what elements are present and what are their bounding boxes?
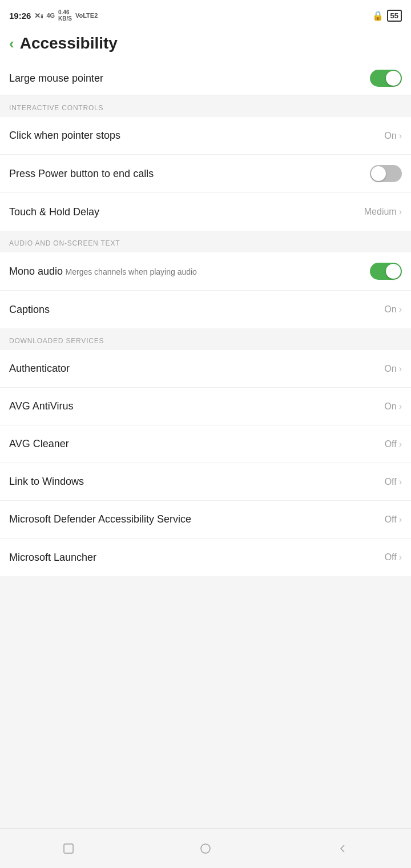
- status-bar: 19:26 ✕ᵢᵢ 4G 0.46KB/S VoLTE2 🔒 55: [0, 0, 411, 29]
- touch-hold-value-wrap: Medium ›: [364, 207, 402, 217]
- mono-audio-sublabel: Merges channels when playing audio: [66, 267, 197, 276]
- audio-onscreen-section: AUDIO AND ON-SCREEN TEXT Mono audio Merg…: [0, 231, 411, 328]
- captions-row[interactable]: Captions On ›: [0, 291, 411, 328]
- avg-cleaner-value-wrap: Off ›: [385, 439, 402, 449]
- lock-icon: 🔒: [372, 10, 384, 21]
- authenticator-row[interactable]: Authenticator On ›: [0, 350, 411, 388]
- link-to-windows-row[interactable]: Link to Windows Off ›: [0, 463, 411, 501]
- click-when-pointer-value: On: [384, 131, 396, 141]
- volte-icon: VoLTE2: [75, 12, 98, 19]
- press-power-label: Press Power button to end calls: [9, 168, 154, 179]
- authenticator-value-wrap: On ›: [384, 364, 402, 374]
- ms-defender-value: Off: [385, 515, 397, 525]
- touch-hold-value: Medium: [364, 207, 397, 217]
- click-when-pointer-label-wrap: Click when pointer stops: [9, 130, 384, 142]
- network-4g-icon: 4G: [46, 12, 55, 19]
- touch-hold-label-wrap: Touch & Hold Delay: [9, 206, 364, 218]
- link-to-windows-chevron: ›: [399, 477, 402, 487]
- header: ‹ Accessibility: [0, 29, 411, 62]
- link-to-windows-value: Off: [385, 477, 397, 487]
- network-data-icon: 0.46KB/S: [58, 9, 72, 22]
- interactive-controls-section: INTERACTIVE CONTROLS Click when pointer …: [0, 95, 411, 231]
- ms-defender-chevron: ›: [399, 515, 402, 525]
- press-power-label-wrap: Press Power button to end calls: [9, 168, 370, 180]
- click-when-pointer-chevron: ›: [399, 131, 402, 141]
- mono-audio-label-wrap: Mono audio Merges channels when playing …: [9, 266, 370, 278]
- click-when-pointer-stops-row[interactable]: Click when pointer stops On ›: [0, 117, 411, 155]
- avg-cleaner-value: Off: [385, 439, 397, 449]
- mono-audio-label: Mono audio: [9, 266, 63, 277]
- avg-antivirus-chevron: ›: [399, 401, 402, 412]
- link-to-windows-label: Link to Windows: [9, 476, 84, 487]
- time: 19:26: [9, 11, 31, 21]
- back-nav-button[interactable]: [335, 841, 350, 857]
- downloaded-services-section: DOWNLOADED SERVICES Authenticator On › A…: [0, 328, 411, 576]
- audio-onscreen-header: AUDIO AND ON-SCREEN TEXT: [0, 231, 411, 252]
- captions-chevron: ›: [399, 304, 402, 315]
- signal-icon: ✕ᵢᵢ: [34, 11, 43, 20]
- ms-defender-label: Microsoft Defender Accessibility Service: [9, 513, 191, 525]
- large-mouse-pointer-label: Large mouse pointer: [9, 73, 103, 85]
- interactive-controls-title: INTERACTIVE CONTROLS: [9, 104, 103, 112]
- authenticator-chevron: ›: [399, 364, 402, 374]
- ms-launcher-value-wrap: Off ›: [385, 552, 402, 562]
- press-power-button-row[interactable]: Press Power button to end calls: [0, 155, 411, 193]
- status-left: 19:26 ✕ᵢᵢ 4G 0.46KB/S VoLTE2: [9, 9, 98, 22]
- recent-apps-button[interactable]: [61, 841, 76, 857]
- ms-launcher-label: Microsoft Launcher: [9, 552, 96, 563]
- captions-label-wrap: Captions: [9, 304, 384, 316]
- link-to-windows-value-wrap: Off ›: [385, 477, 402, 487]
- avg-antivirus-row[interactable]: AVG AntiVirus On ›: [0, 388, 411, 425]
- ms-defender-value-wrap: Off ›: [385, 515, 402, 525]
- nav-bar: [0, 828, 411, 868]
- toggle-knob: [386, 264, 401, 279]
- svg-rect-0: [64, 844, 73, 853]
- captions-value: On: [384, 304, 396, 315]
- interactive-controls-header: INTERACTIVE CONTROLS: [0, 95, 411, 117]
- click-when-pointer-value-wrap: On ›: [384, 131, 402, 141]
- back-button[interactable]: ‹: [9, 36, 14, 51]
- ms-launcher-chevron: ›: [399, 552, 402, 562]
- ms-defender-row[interactable]: Microsoft Defender Accessibility Service…: [0, 501, 411, 539]
- avg-antivirus-label: AVG AntiVirus: [9, 400, 73, 412]
- avg-cleaner-label: AVG Cleaner: [9, 438, 69, 449]
- downloaded-services-title: DOWNLOADED SERVICES: [9, 337, 104, 345]
- touch-hold-label: Touch & Hold Delay: [9, 206, 99, 218]
- page-title: Accessibility: [20, 34, 118, 53]
- toggle-knob: [371, 166, 386, 181]
- avg-antivirus-value: On: [384, 401, 396, 412]
- authenticator-label-wrap: Authenticator: [9, 363, 384, 375]
- large-mouse-pointer-row[interactable]: Large mouse pointer: [0, 62, 411, 95]
- large-mouse-pointer-toggle[interactable]: [370, 70, 402, 87]
- ms-defender-label-wrap: Microsoft Defender Accessibility Service: [9, 513, 385, 525]
- battery-indicator: 55: [387, 10, 402, 22]
- toggle-knob: [386, 71, 401, 86]
- downloaded-services-header: DOWNLOADED SERVICES: [0, 328, 411, 350]
- avg-cleaner-row[interactable]: AVG Cleaner Off ›: [0, 425, 411, 463]
- press-power-toggle[interactable]: [370, 165, 402, 182]
- click-when-pointer-label: Click when pointer stops: [9, 130, 120, 141]
- status-right: 🔒 55: [372, 10, 402, 22]
- home-button[interactable]: [198, 841, 213, 857]
- avg-antivirus-label-wrap: AVG AntiVirus: [9, 400, 384, 412]
- avg-cleaner-chevron: ›: [399, 439, 402, 449]
- avg-cleaner-label-wrap: AVG Cleaner: [9, 438, 385, 450]
- link-to-windows-label-wrap: Link to Windows: [9, 476, 385, 488]
- authenticator-label: Authenticator: [9, 363, 70, 374]
- svg-point-1: [201, 844, 210, 853]
- ms-launcher-value: Off: [385, 552, 397, 562]
- audio-onscreen-title: AUDIO AND ON-SCREEN TEXT: [9, 239, 120, 247]
- avg-antivirus-value-wrap: On ›: [384, 401, 402, 412]
- touch-hold-chevron: ›: [399, 207, 402, 217]
- mono-audio-toggle[interactable]: [370, 263, 402, 280]
- ms-launcher-row[interactable]: Microsoft Launcher Off ›: [0, 539, 411, 576]
- captions-label: Captions: [9, 304, 50, 315]
- ms-launcher-label-wrap: Microsoft Launcher: [9, 552, 385, 564]
- captions-value-wrap: On ›: [384, 304, 402, 315]
- touch-hold-delay-row[interactable]: Touch & Hold Delay Medium ›: [0, 193, 411, 231]
- mono-audio-row[interactable]: Mono audio Merges channels when playing …: [0, 252, 411, 291]
- authenticator-value: On: [384, 364, 396, 374]
